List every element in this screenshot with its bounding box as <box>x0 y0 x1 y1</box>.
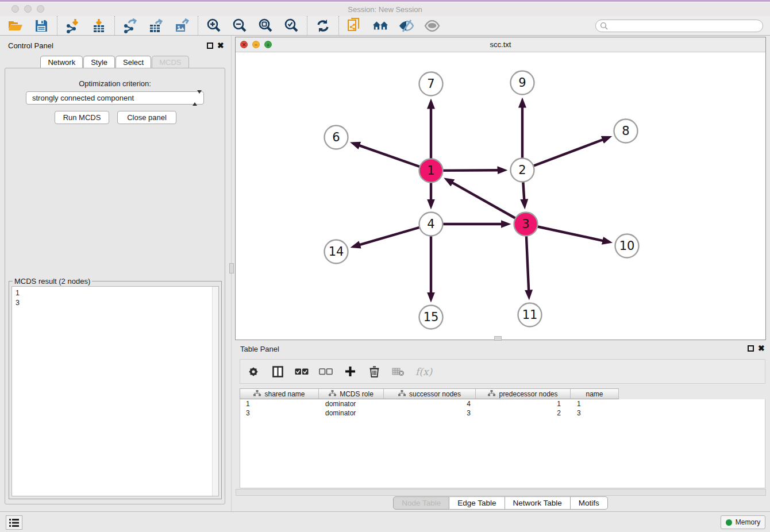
cell-successor_nodes[interactable]: 3 <box>384 408 476 418</box>
refresh-layout-icon[interactable] <box>315 18 331 33</box>
task-history-button[interactable] <box>6 515 22 530</box>
export-table-icon[interactable] <box>148 18 164 33</box>
graph-node-14[interactable]: 14 <box>325 240 348 264</box>
export-network-icon[interactable] <box>122 18 138 33</box>
add-column-icon[interactable] <box>343 365 357 379</box>
network-window-titlebar[interactable]: ✕ − ＋ scc.txt <box>236 37 765 52</box>
mcds-panel: Optimization criterion: strongly connect… <box>5 68 225 504</box>
split-view-icon[interactable] <box>271 365 284 379</box>
table-panel-float-icon[interactable] <box>748 345 754 352</box>
close-panel-button[interactable]: Close panel <box>117 111 176 124</box>
gear-icon[interactable] <box>247 365 260 379</box>
svg-text:9: 9 <box>518 76 526 90</box>
tab-network-table[interactable]: Network Table <box>505 496 571 510</box>
tab-node-table[interactable]: Node Table <box>393 496 449 510</box>
graph-node-6[interactable]: 6 <box>325 126 348 149</box>
cell-predecessor_nodes[interactable]: 1 <box>476 399 571 408</box>
first-neighbors-icon[interactable] <box>372 18 388 33</box>
column-header-name[interactable]: name <box>571 388 619 399</box>
graph-node-1[interactable]: 1 <box>419 159 443 183</box>
node-table-header: shared nameMCDS rolesuccessor nodesprede… <box>240 388 619 399</box>
tab-motifs[interactable]: Motifs <box>571 496 608 510</box>
result-line: 3 <box>16 298 218 308</box>
graph-node-9[interactable]: 9 <box>511 71 534 95</box>
tree-icon <box>253 390 261 398</box>
graph-node-7[interactable]: 7 <box>419 72 443 96</box>
memory-button[interactable]: Memory <box>721 515 765 529</box>
graph-edge-3-1[interactable] <box>452 183 526 224</box>
main-toolbar <box>0 16 770 36</box>
save-icon[interactable] <box>33 18 49 33</box>
clone-network-icon[interactable] <box>346 18 363 33</box>
cell-predecessor_nodes[interactable]: 2 <box>476 408 571 418</box>
vertical-splitter[interactable] <box>231 36 232 511</box>
svg-text:4: 4 <box>427 217 434 231</box>
graph-node-11[interactable]: 11 <box>518 303 542 327</box>
criterion-select[interactable]: strongly connected component <box>26 91 204 105</box>
hide-selected-icon[interactable] <box>398 18 414 33</box>
column-header-predecessor-nodes[interactable]: predecessor nodes <box>476 388 571 399</box>
cell-mcds_role[interactable]: dominator <box>319 408 384 418</box>
mcds-result-title: MCDS result (2 nodes) <box>13 277 92 286</box>
search-input[interactable] <box>595 20 763 32</box>
svg-text:10: 10 <box>619 239 635 253</box>
svg-text:8: 8 <box>622 124 629 138</box>
result-scrollbar[interactable] <box>212 287 218 496</box>
import-table-icon[interactable] <box>91 18 107 33</box>
select-all-columns-icon[interactable] <box>295 365 309 379</box>
delete-table-icon[interactable] <box>391 365 405 379</box>
tab-style[interactable]: Style <box>83 56 115 68</box>
zoom-out-icon[interactable] <box>232 18 248 33</box>
show-all-icon[interactable] <box>424 18 440 33</box>
zoom-fit-icon[interactable] <box>257 18 274 33</box>
zoom-in-icon[interactable] <box>206 18 222 33</box>
tree-icon <box>488 390 495 398</box>
mcds-result-list[interactable]: 13 <box>11 286 219 496</box>
table-row[interactable]: 1dominator411 <box>240 399 765 408</box>
graph-node-10[interactable]: 10 <box>615 234 639 258</box>
cell-shared_name[interactable]: 1 <box>240 399 319 408</box>
open-icon[interactable] <box>7 18 24 33</box>
import-network-icon[interactable] <box>65 18 81 33</box>
export-image-icon[interactable] <box>174 18 190 33</box>
window-title: Session: New Session <box>0 5 770 14</box>
column-header-successor-nodes[interactable]: successor nodes <box>384 388 476 399</box>
zoom-selected-icon[interactable] <box>283 18 299 33</box>
tab-mcds[interactable]: MCDS <box>152 56 188 68</box>
cell-shared_name[interactable]: 3 <box>240 408 319 418</box>
cell-name[interactable]: 3 <box>571 408 619 418</box>
table-hscrollbar[interactable] <box>236 489 766 496</box>
run-mcds-button[interactable]: Run MCDS <box>55 111 109 124</box>
vertical-splitter-grip[interactable] <box>229 263 234 273</box>
node-table[interactable]: 1dominator4113dominator323 <box>240 399 765 488</box>
graph-node-3[interactable]: 3 <box>514 213 538 236</box>
svg-text:3: 3 <box>522 217 529 231</box>
table-panel-close-icon[interactable]: ✖ <box>758 345 765 352</box>
graph-node-8[interactable]: 8 <box>614 119 638 143</box>
control-panel-float-icon[interactable] <box>207 43 213 49</box>
control-panel-close-icon[interactable]: ✖ <box>217 43 224 49</box>
delete-column-icon[interactable] <box>367 365 381 379</box>
graph-edge-2-8[interactable] <box>522 140 603 170</box>
svg-text:11: 11 <box>522 308 538 322</box>
cell-mcds_role[interactable]: dominator <box>319 399 384 408</box>
search-icon <box>600 22 608 32</box>
tree-icon <box>398 390 406 398</box>
column-header-shared-name[interactable]: shared name <box>240 388 319 399</box>
tab-network[interactable]: Network <box>40 56 83 68</box>
tree-icon <box>329 390 336 398</box>
graph-node-4[interactable]: 4 <box>419 213 443 236</box>
graph-node-15[interactable]: 15 <box>419 306 443 329</box>
unselect-all-columns-icon[interactable] <box>319 365 333 379</box>
function-builder-icon[interactable]: f(x) <box>415 366 432 377</box>
table-row[interactable]: 3dominator323 <box>240 408 765 418</box>
network-canvas[interactable]: 7968124314101511 <box>236 52 765 340</box>
graph-node-2[interactable]: 2 <box>511 159 534 182</box>
tab-select[interactable]: Select <box>116 56 151 68</box>
cell-successor_nodes[interactable]: 4 <box>384 399 476 408</box>
cell-name[interactable]: 1 <box>571 399 619 408</box>
column-header-MCDS-role[interactable]: MCDS role <box>319 388 384 399</box>
horizontal-splitter-grip[interactable] <box>494 336 502 341</box>
tab-edge-table[interactable]: Edge Table <box>449 496 505 510</box>
svg-text:1: 1 <box>427 164 434 178</box>
